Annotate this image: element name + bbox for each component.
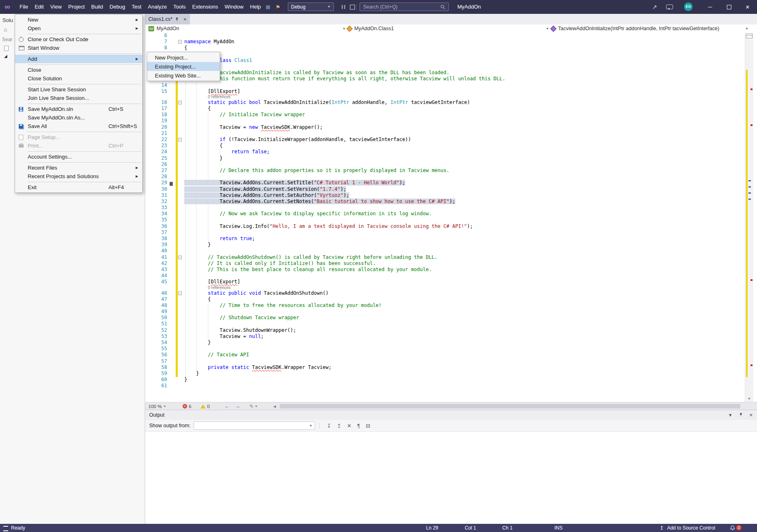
code-line-44[interactable]: 44: [145, 273, 757, 279]
menubar-item-analyze[interactable]: Analyze: [145, 0, 170, 14]
fold-collapse-box[interactable]: -: [178, 256, 182, 259]
close-icon[interactable]: ✕: [749, 413, 753, 418]
chevron-down-icon[interactable]: ▼: [342, 27, 346, 31]
code-line-23[interactable]: 23 {: [145, 143, 757, 149]
tab-class1[interactable]: Class1.cs* ✕: [145, 14, 190, 24]
code-line-28[interactable]: 28: [145, 174, 757, 180]
menu-item-clone-or-check-out-code[interactable]: Clone or Check Out Code: [15, 35, 142, 44]
code-line-9[interactable]: 9: [145, 51, 757, 57]
code-line-51[interactable]: 51: [145, 321, 757, 327]
menu-item-new[interactable]: New▶: [15, 15, 142, 24]
minimize-button[interactable]: [701, 0, 719, 14]
split-editor-handle[interactable]: [746, 34, 753, 38]
code-line-56[interactable]: 56 // Tacview API: [145, 352, 757, 358]
code-line-55[interactable]: 55: [145, 346, 757, 352]
code-line-25[interactable]: 25 }: [145, 155, 757, 161]
show-output-from-dropdown[interactable]: ▼: [194, 422, 315, 430]
code-line-7[interactable]: 7namespace MyAddOn-: [145, 39, 757, 45]
menu-item-add[interactable]: Add▶: [15, 55, 142, 63]
menu-item-close-solution[interactable]: Close Solution: [15, 74, 142, 83]
code-line-26[interactable]: 26: [145, 161, 757, 168]
window-position-icon[interactable]: ▼: [728, 413, 733, 417]
status-column[interactable]: Col 1: [465, 524, 476, 532]
code-line-34[interactable]: 34 // Now we ask Tacview to display spec…: [145, 211, 757, 217]
codelens-row[interactable]: 0 references: [145, 95, 757, 99]
chevron-down-icon[interactable]: ▼: [745, 27, 748, 31]
add-to-source-control-button[interactable]: ↥ Add to Source Control: [660, 524, 715, 532]
code-line-24[interactable]: 24 return false;: [145, 149, 757, 155]
zoom-dropdown[interactable]: 100 % ▼: [148, 402, 166, 410]
menu-item-recent-files[interactable]: Recent Files▶: [15, 163, 142, 172]
menu-item-save-myaddon-sln-as[interactable]: Save MyAddOn.sln As...: [15, 113, 142, 122]
code-line-18[interactable]: 18 // Initialize Tacview wrapper: [145, 112, 757, 118]
status-insert-mode[interactable]: INS: [554, 524, 563, 532]
code-line-50[interactable]: 50 // Shutdown Tacview wrapper: [145, 315, 757, 321]
code-line-6[interactable]: 6: [145, 33, 757, 39]
submenu-item-existing-web-site[interactable]: Existing Web Site...: [147, 71, 220, 80]
horizontal-scrollbar[interactable]: [280, 404, 740, 408]
tree-expander-icon[interactable]: ◢: [4, 54, 7, 58]
code-line-35[interactable]: 35: [145, 217, 757, 223]
code-line-60[interactable]: 60}: [145, 377, 757, 383]
code-line-54[interactable]: 54 }: [145, 340, 757, 346]
menu-item-save-myaddon-sln[interactable]: Save MyAddOn.slnCtrl+S: [15, 105, 142, 113]
code-line-22[interactable]: 22 if (!Tacview.InitializeWrapper(addonH…: [145, 137, 757, 143]
fold-collapse-box[interactable]: -: [178, 40, 182, 44]
toggle-autoscroll-icon[interactable]: ⊟: [366, 423, 370, 429]
code-line-53[interactable]: 53 Tacview = null;: [145, 333, 757, 340]
code-editor[interactable]: 67namespace MyAddOn-8{910 public class C…: [145, 33, 757, 402]
code-line-48[interactable]: 48 // Time to free the resources allocat…: [145, 302, 757, 309]
status-character[interactable]: Ch 1: [502, 524, 512, 532]
breadcrumb-member-dropdown[interactable]: TacviewAddOnInitialize(IntPtr addonHandl…: [551, 24, 719, 33]
maximize-button[interactable]: [719, 0, 738, 14]
solution-explorer-search[interactable]: Sear: [2, 37, 12, 42]
codelens-references[interactable]: 0 references: [208, 285, 231, 290]
code-line-42[interactable]: 42 // It is called only if Initialize() …: [145, 260, 757, 267]
breadcrumb-project-dropdown[interactable]: C# MyAddOn: [148, 24, 179, 33]
codelens-row[interactable]: 0 references: [145, 285, 757, 290]
avatar[interactable]: EO: [684, 2, 693, 11]
code-line-30[interactable]: 30 Tacview.AddOns.Current.SetVersion("1.…: [145, 186, 757, 192]
navigate-back-icon[interactable]: ←: [224, 402, 230, 410]
code-line-19[interactable]: 19: [145, 118, 757, 124]
code-line-10[interactable]: 10 public class Class1: [145, 57, 757, 64]
error-indicator[interactable]: ✕ 6: [183, 402, 191, 410]
feedback-icon[interactable]: [666, 4, 673, 9]
menu-item-start-window[interactable]: Start Window: [15, 44, 142, 52]
background-tasks-icon[interactable]: [3, 526, 8, 531]
clear-all-icon[interactable]: ✕: [347, 423, 351, 429]
word-wrap-icon[interactable]: ¶: [357, 423, 360, 429]
code-line-8[interactable]: 8{: [145, 45, 757, 51]
menu-item-recent-projects-and-solutions[interactable]: Recent Projects and Solutions▶: [15, 172, 142, 181]
code-line-61[interactable]: 61: [145, 383, 757, 389]
pin-icon[interactable]: [175, 17, 179, 22]
code-line-15[interactable]: 15 [DllExport]: [145, 88, 757, 95]
menu-item-page-setup[interactable]: Page Setup...: [15, 133, 142, 141]
close-button[interactable]: ✕: [738, 0, 757, 14]
menubar-item-tools[interactable]: Tools: [170, 0, 189, 14]
search-input[interactable]: Search (Ctrl+Q): [360, 2, 449, 11]
menubar-item-debug[interactable]: Debug: [106, 0, 128, 14]
code-line-12[interactable]: 12 // TacviewAddOnInitialize is called b…: [145, 70, 757, 76]
code-line-47[interactable]: 47 {: [145, 296, 757, 302]
menu-item-save-all[interactable]: Save AllCtrl+Shift+S: [15, 122, 142, 130]
menu-item-account-settings[interactable]: Account Settings...: [15, 152, 142, 161]
menubar-item-project[interactable]: Project: [65, 0, 88, 14]
menubar-item-test[interactable]: Test: [128, 0, 145, 14]
bell-icon[interactable]: [730, 525, 735, 532]
code-line-41[interactable]: 41 // TacviewAddOnShutdown() is called b…: [145, 254, 757, 260]
code-line-59[interactable]: 59 }: [145, 371, 757, 377]
code-line-31[interactable]: 31 Tacview.AddOns.Current.SetAuthor("Vyr…: [145, 192, 757, 199]
navigate-forward-icon[interactable]: →: [235, 402, 240, 410]
submenu-item-existing-project[interactable]: Existing Project...: [147, 62, 220, 71]
solution-name[interactable]: MyAddOn: [457, 0, 481, 14]
menu-item-close[interactable]: Close: [15, 66, 142, 74]
home-icon[interactable]: ⌂: [4, 26, 7, 33]
code-line-46[interactable]: 46 static public void TacviewAddOnShutdo…: [145, 290, 757, 296]
pin-icon[interactable]: [739, 413, 743, 417]
menubar-item-window[interactable]: Window: [221, 0, 247, 14]
chevron-down-icon[interactable]: ▼: [546, 27, 549, 31]
fold-collapse-box[interactable]: -: [178, 101, 182, 104]
code-line-32[interactable]: 32 Tacview.AddOns.Current.SetNotes("Basi…: [145, 199, 757, 205]
code-line-57[interactable]: 57: [145, 358, 757, 364]
